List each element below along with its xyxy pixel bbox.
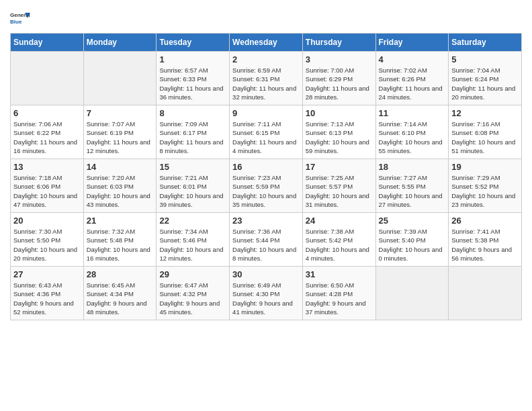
day-info: Sunrise: 7:18 AM Sunset: 6:06 PM Dayligh… — [13, 173, 81, 209]
day-number: 14 — [87, 162, 154, 172]
logo: General Blue — [10, 10, 33, 26]
day-cell: 7Sunrise: 7:07 AM Sunset: 6:19 PM Daylig… — [83, 105, 157, 159]
day-info: Sunrise: 7:36 AM Sunset: 5:44 PM Dayligh… — [232, 227, 300, 263]
day-info: Sunrise: 6:43 AM Sunset: 4:36 PM Dayligh… — [13, 281, 81, 316]
day-number: 26 — [451, 216, 519, 226]
day-number: 28 — [87, 269, 154, 279]
day-cell: 3Sunrise: 7:00 AM Sunset: 6:29 PM Daylig… — [302, 52, 375, 105]
day-number: 20 — [13, 216, 81, 226]
day-cell: 25Sunrise: 7:39 AM Sunset: 5:40 PM Dayli… — [375, 213, 449, 267]
day-number: 9 — [232, 108, 300, 118]
day-number: 25 — [379, 216, 446, 226]
day-info: Sunrise: 7:04 AM Sunset: 6:24 PM Dayligh… — [451, 66, 519, 101]
day-info: Sunrise: 7:11 AM Sunset: 6:15 PM Dayligh… — [232, 120, 300, 155]
day-number: 18 — [379, 162, 446, 172]
day-number: 7 — [87, 108, 154, 118]
day-number: 2 — [232, 54, 300, 64]
day-cell: 1Sunrise: 6:57 AM Sunset: 6:33 PM Daylig… — [157, 52, 230, 105]
day-info: Sunrise: 7:13 AM Sunset: 6:13 PM Dayligh… — [306, 120, 373, 155]
day-cell: 21Sunrise: 7:32 AM Sunset: 5:48 PM Dayli… — [83, 213, 157, 267]
svg-text:Blue: Blue — [10, 19, 22, 25]
day-cell: 24Sunrise: 7:38 AM Sunset: 5:42 PM Dayli… — [302, 213, 375, 267]
day-info: Sunrise: 7:32 AM Sunset: 5:48 PM Dayligh… — [87, 227, 154, 263]
day-number: 6 — [13, 108, 81, 118]
day-cell: 28Sunrise: 6:45 AM Sunset: 4:34 PM Dayli… — [83, 267, 157, 320]
day-number: 27 — [13, 269, 81, 279]
day-number: 16 — [232, 162, 300, 172]
column-header-monday: Monday — [83, 34, 157, 52]
day-info: Sunrise: 7:38 AM Sunset: 5:42 PM Dayligh… — [306, 227, 373, 263]
day-info: Sunrise: 7:06 AM Sunset: 6:22 PM Dayligh… — [13, 120, 81, 155]
day-info: Sunrise: 7:14 AM Sunset: 6:10 PM Dayligh… — [379, 120, 446, 155]
column-header-sunday: Sunday — [11, 34, 84, 52]
day-cell: 27Sunrise: 6:43 AM Sunset: 4:36 PM Dayli… — [11, 267, 84, 320]
day-cell: 4Sunrise: 7:02 AM Sunset: 6:26 PM Daylig… — [375, 52, 449, 105]
logo-icon: General Blue — [10, 10, 30, 26]
day-info: Sunrise: 7:41 AM Sunset: 5:38 PM Dayligh… — [451, 227, 519, 263]
day-cell: 31Sunrise: 6:50 AM Sunset: 4:28 PM Dayli… — [302, 267, 375, 320]
day-cell: 10Sunrise: 7:13 AM Sunset: 6:13 PM Dayli… — [302, 105, 375, 159]
day-info: Sunrise: 6:49 AM Sunset: 4:30 PM Dayligh… — [232, 281, 300, 316]
day-cell: 12Sunrise: 7:16 AM Sunset: 6:08 PM Dayli… — [449, 105, 522, 159]
day-number: 12 — [451, 108, 519, 118]
column-header-wednesday: Wednesday — [230, 34, 303, 52]
header-row: SundayMondayTuesdayWednesdayThursdayFrid… — [11, 34, 522, 52]
day-info: Sunrise: 7:02 AM Sunset: 6:26 PM Dayligh… — [379, 66, 446, 101]
day-info: Sunrise: 7:21 AM Sunset: 6:01 PM Dayligh… — [159, 173, 226, 209]
day-number: 31 — [306, 269, 373, 279]
day-info: Sunrise: 7:00 AM Sunset: 6:29 PM Dayligh… — [306, 66, 373, 101]
day-info: Sunrise: 7:30 AM Sunset: 5:50 PM Dayligh… — [13, 227, 81, 263]
day-number: 8 — [159, 108, 226, 118]
day-cell: 8Sunrise: 7:09 AM Sunset: 6:17 PM Daylig… — [157, 105, 230, 159]
day-cell: 2Sunrise: 6:59 AM Sunset: 6:31 PM Daylig… — [230, 52, 303, 105]
column-header-tuesday: Tuesday — [157, 34, 230, 52]
day-cell: 11Sunrise: 7:14 AM Sunset: 6:10 PM Dayli… — [375, 105, 449, 159]
day-info: Sunrise: 7:34 AM Sunset: 5:46 PM Dayligh… — [159, 227, 226, 263]
week-row-5: 27Sunrise: 6:43 AM Sunset: 4:36 PM Dayli… — [11, 267, 522, 320]
day-cell: 5Sunrise: 7:04 AM Sunset: 6:24 PM Daylig… — [449, 52, 522, 105]
day-number: 19 — [451, 162, 519, 172]
day-number: 11 — [379, 108, 446, 118]
day-number: 29 — [159, 269, 226, 279]
day-cell: 9Sunrise: 7:11 AM Sunset: 6:15 PM Daylig… — [230, 105, 303, 159]
day-info: Sunrise: 7:25 AM Sunset: 5:57 PM Dayligh… — [306, 173, 373, 209]
column-header-thursday: Thursday — [302, 34, 375, 52]
day-number: 17 — [306, 162, 373, 172]
day-cell: 29Sunrise: 6:47 AM Sunset: 4:32 PM Dayli… — [157, 267, 230, 320]
day-cell: 22Sunrise: 7:34 AM Sunset: 5:46 PM Dayli… — [157, 213, 230, 267]
day-info: Sunrise: 7:39 AM Sunset: 5:40 PM Dayligh… — [379, 227, 446, 263]
day-cell: 26Sunrise: 7:41 AM Sunset: 5:38 PM Dayli… — [449, 213, 522, 267]
day-number: 10 — [306, 108, 373, 118]
day-cell: 16Sunrise: 7:23 AM Sunset: 5:59 PM Dayli… — [230, 159, 303, 213]
day-info: Sunrise: 7:23 AM Sunset: 5:59 PM Dayligh… — [232, 173, 300, 209]
day-number: 24 — [306, 216, 373, 226]
week-row-3: 13Sunrise: 7:18 AM Sunset: 6:06 PM Dayli… — [11, 159, 522, 213]
day-cell — [11, 52, 84, 105]
day-number: 30 — [232, 269, 300, 279]
day-number: 13 — [13, 162, 81, 172]
day-number: 21 — [87, 216, 154, 226]
day-cell: 30Sunrise: 6:49 AM Sunset: 4:30 PM Dayli… — [230, 267, 303, 320]
day-info: Sunrise: 7:09 AM Sunset: 6:17 PM Dayligh… — [159, 120, 226, 155]
day-cell: 23Sunrise: 7:36 AM Sunset: 5:44 PM Dayli… — [230, 213, 303, 267]
day-number: 4 — [379, 54, 446, 64]
column-header-friday: Friday — [375, 34, 449, 52]
day-cell — [83, 52, 157, 105]
day-cell: 19Sunrise: 7:29 AM Sunset: 5:52 PM Dayli… — [449, 159, 522, 213]
day-info: Sunrise: 7:20 AM Sunset: 6:03 PM Dayligh… — [87, 173, 154, 209]
day-info: Sunrise: 7:07 AM Sunset: 6:19 PM Dayligh… — [87, 120, 154, 155]
week-row-2: 6Sunrise: 7:06 AM Sunset: 6:22 PM Daylig… — [11, 105, 522, 159]
day-cell: 15Sunrise: 7:21 AM Sunset: 6:01 PM Dayli… — [157, 159, 230, 213]
day-number: 22 — [159, 216, 226, 226]
day-info: Sunrise: 6:50 AM Sunset: 4:28 PM Dayligh… — [306, 281, 373, 316]
day-cell — [375, 267, 449, 320]
day-cell: 18Sunrise: 7:27 AM Sunset: 5:55 PM Dayli… — [375, 159, 449, 213]
week-row-4: 20Sunrise: 7:30 AM Sunset: 5:50 PM Dayli… — [11, 213, 522, 267]
day-cell: 6Sunrise: 7:06 AM Sunset: 6:22 PM Daylig… — [11, 105, 84, 159]
day-info: Sunrise: 6:57 AM Sunset: 6:33 PM Dayligh… — [159, 66, 226, 101]
day-cell: 13Sunrise: 7:18 AM Sunset: 6:06 PM Dayli… — [11, 159, 84, 213]
calendar-table: SundayMondayTuesdayWednesdayThursdayFrid… — [10, 33, 522, 320]
day-cell: 20Sunrise: 7:30 AM Sunset: 5:50 PM Dayli… — [11, 213, 84, 267]
day-cell: 17Sunrise: 7:25 AM Sunset: 5:57 PM Dayli… — [302, 159, 375, 213]
day-number: 15 — [159, 162, 226, 172]
